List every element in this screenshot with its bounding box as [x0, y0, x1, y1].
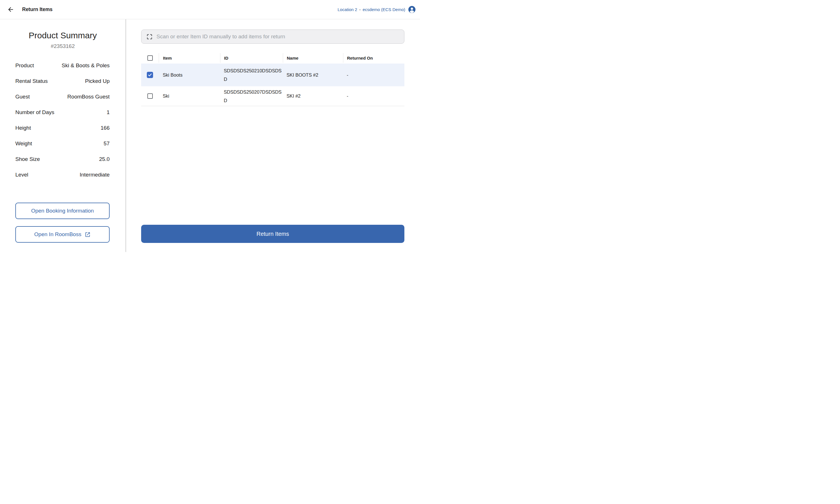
- return-items-button[interactable]: Return Items: [141, 225, 404, 243]
- arrow-back-icon: [7, 6, 14, 13]
- cell-name: SKI #2: [283, 93, 343, 99]
- field-row-rental-status: Rental Status Picked Up: [15, 78, 110, 84]
- location-account-separator: -: [359, 7, 361, 12]
- product-summary-fields: Product Ski & Boots & Poles Rental Statu…: [0, 62, 125, 178]
- field-value: 25.0: [99, 156, 110, 162]
- cell-name: SKI BOOTS #2: [283, 72, 343, 78]
- field-row-number-of-days: Number of Days 1: [15, 109, 110, 115]
- field-label: Shoe Size: [15, 156, 40, 162]
- cell-id: SDSDSDS250210DSDSDSD: [224, 68, 282, 82]
- open-in-roomboss-label: Open In RoomBoss: [34, 231, 82, 237]
- field-value: Ski & Boots & Poles: [62, 62, 110, 69]
- cell-returned-on: -: [343, 72, 404, 78]
- open-booking-information-label: Open Booking Information: [31, 208, 94, 214]
- page-title: Return Items: [22, 6, 53, 13]
- field-label: Guest: [15, 94, 30, 100]
- field-value: RoomBoss Guest: [67, 94, 110, 100]
- product-summary-title: Product Summary: [0, 31, 125, 40]
- open-booking-information-button[interactable]: Open Booking Information: [15, 203, 110, 219]
- field-label: Height: [15, 125, 31, 131]
- account-avatar-icon[interactable]: [408, 6, 416, 13]
- field-value: 57: [104, 141, 110, 147]
- location-link[interactable]: Location 2: [338, 7, 357, 12]
- table-row-ski-boots[interactable]: Ski Boots SDSDSDS250210DSDSDSD SKI BOOTS…: [141, 64, 404, 86]
- field-label: Rental Status: [15, 78, 48, 84]
- cell-returned-on: -: [343, 93, 404, 99]
- table-row-ski[interactable]: Ski SDSDSDS250207DSDSDSD SKI #2 -: [141, 86, 404, 106]
- row-checkbox-checked[interactable]: [147, 72, 153, 78]
- field-row-height: Height 166: [15, 125, 110, 131]
- topbar-right: Location 2 - ecsdemo (ECS Demo): [338, 6, 416, 13]
- table-header-row: Item ID Name Returned On: [141, 52, 404, 64]
- field-row-product: Product Ski & Boots & Poles: [15, 62, 110, 69]
- sidebar-actions: Open Booking Information Open In RoomBos…: [15, 203, 110, 242]
- cell-item: Ski: [159, 93, 220, 99]
- product-summary-panel: Product Summary #2353162 Product Ski & B…: [0, 19, 126, 252]
- account-link[interactable]: ecsdemo (ECS Demo): [363, 7, 405, 12]
- field-row-level: Level Intermediate: [15, 172, 110, 178]
- scan-input-container: [141, 30, 404, 44]
- field-row-shoe-size: Shoe Size 25.0: [15, 156, 110, 162]
- field-value: 1: [106, 109, 110, 115]
- field-value: 166: [101, 125, 110, 131]
- cell-id: SDSDSDS250207DSDSDSD: [224, 89, 282, 103]
- field-value: Picked Up: [85, 78, 110, 84]
- open-in-roomboss-button[interactable]: Open In RoomBoss: [15, 226, 110, 242]
- field-label: Level: [15, 172, 28, 178]
- column-header-id: ID: [220, 53, 283, 63]
- checkmark-icon: [148, 73, 152, 77]
- return-items-table: Item ID Name Returned On Ski Boots SDSDS…: [141, 52, 404, 106]
- column-header-returned-on: Returned On: [343, 53, 404, 63]
- field-label: Weight: [15, 141, 32, 147]
- field-row-guest: Guest RoomBoss Guest: [15, 94, 110, 100]
- scan-viewfinder-icon: [146, 34, 153, 40]
- column-header-item: Item: [159, 53, 220, 63]
- back-button[interactable]: [5, 4, 16, 15]
- top-bar: Return Items Location 2 - ecsdemo (ECS D…: [0, 0, 420, 19]
- open-in-new-icon: [85, 232, 91, 237]
- field-row-weight: Weight 57: [15, 141, 110, 147]
- cell-item: Ski Boots: [159, 72, 220, 78]
- field-label: Number of Days: [15, 109, 54, 115]
- column-header-name: Name: [283, 53, 343, 63]
- select-all-checkbox[interactable]: [147, 55, 153, 61]
- field-value: Intermediate: [80, 172, 110, 178]
- field-label: Product: [15, 62, 34, 69]
- booking-number: #2353162: [0, 43, 125, 49]
- scan-item-id-input[interactable]: [156, 34, 400, 40]
- return-items-panel: Item ID Name Returned On Ski Boots SDSDS…: [126, 19, 420, 252]
- row-checkbox-unchecked[interactable]: [147, 93, 153, 99]
